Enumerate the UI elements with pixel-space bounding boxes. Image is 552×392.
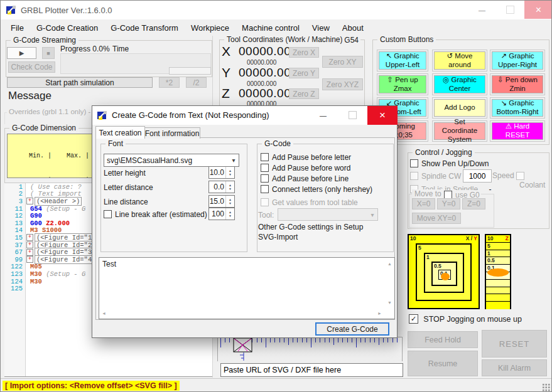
jog-z-band[interactable]: [486, 302, 510, 309]
show-pen-label: Show Pen Up/Down: [421, 159, 489, 168]
line-number: 37: [4, 241, 26, 249]
line-number: 2: [4, 190, 26, 198]
custom-button-move-around[interactable]: ↺ Move around: [434, 51, 485, 70]
fold-expand-icon[interactable]: +: [26, 234, 33, 241]
move-y0-button[interactable]: Y=0: [437, 198, 460, 209]
coolant-checkbox[interactable]: [516, 172, 524, 180]
fold-expand-icon[interactable]: +: [26, 241, 33, 248]
letter-height-spinner[interactable]: 10.0 ▲▼: [208, 166, 235, 179]
speed-div2-button[interactable]: /2: [186, 77, 207, 88]
custom-button-hard-reset[interactable]: ⚠ Hard RESET: [492, 122, 543, 140]
close-button[interactable]: ×: [524, 1, 552, 19]
zero-xy-button[interactable]: Zero XY: [322, 56, 363, 68]
resume-button[interactable]: Resume: [408, 351, 478, 376]
play-button[interactable]: ▶: [7, 47, 36, 59]
scroll-down-icon[interactable]: ▼: [387, 300, 392, 305]
custom-button-set-coordinate-system[interactable]: Set Coordinate System: [434, 122, 485, 140]
spindle-cw-checkbox[interactable]: [410, 172, 418, 180]
create-gcode-button[interactable]: Create G-Code: [315, 322, 389, 336]
spinner-down-icon[interactable]: ▼: [229, 172, 232, 176]
scroll-left-icon[interactable]: ◄: [102, 311, 106, 315]
move-z0-button[interactable]: Z=0: [462, 198, 485, 209]
pause-before-word-checkbox[interactable]: [261, 164, 269, 172]
pause-before-letter-checkbox[interactable]: [261, 153, 269, 161]
chevron-down-icon: ▾: [229, 157, 239, 164]
dialog-maximize-button[interactable]: [338, 106, 367, 124]
zero-y-button[interactable]: Zero Y: [289, 68, 319, 78]
stop-jogging-checkbox[interactable]: ✓: [409, 314, 418, 324]
custom-button-graphic-bottom-right[interactable]: ↘ Graphic Bottom-Right: [492, 99, 543, 117]
svg-url-input[interactable]: [220, 363, 403, 377]
kill-alarm-button[interactable]: Kill Alarm: [482, 359, 547, 376]
maximize-button[interactable]: [496, 1, 524, 19]
line-break-checkbox[interactable]: [104, 210, 112, 218]
fold-expand-icon[interactable]: +: [26, 256, 33, 263]
jog-pad-xy[interactable]: 10 X / Y 5 1 0.5 0.1: [408, 234, 480, 309]
menu-machine-control[interactable]: Machine control: [235, 21, 306, 35]
jog-xy-center-dot[interactable]: [441, 273, 450, 280]
line-distance-spinner[interactable]: 15.0 ▲▼: [208, 195, 235, 208]
dialog-minimize-button[interactable]: —: [309, 106, 337, 124]
menu-file[interactable]: File: [4, 21, 30, 35]
zero-x-button[interactable]: Zero X: [289, 47, 319, 58]
speed-x2-button[interactable]: *2: [159, 77, 180, 88]
jog-z-band[interactable]: 0.5: [486, 257, 510, 265]
start-simulation-button[interactable]: Start path simulation: [7, 77, 153, 88]
menu-bar: File G-Code Creation G-Code Transform Wo…: [1, 19, 551, 36]
graphics-canvas[interactable]: [217, 337, 403, 361]
get-values-checkbox[interactable]: [261, 198, 269, 206]
custom-button-pen-up[interactable]: ⇧ Pen up Zmax: [379, 75, 426, 93]
spinner-down-icon[interactable]: ▼: [229, 214, 232, 218]
jog-z-center-dot[interactable]: [487, 268, 509, 277]
jog-z-band[interactable]: [486, 280, 510, 287]
spinner-down-icon[interactable]: ▼: [229, 201, 232, 205]
progress-label: Progress 0.0%: [60, 45, 110, 53]
move-x0-button[interactable]: X=0: [412, 198, 435, 209]
dialog-close-button[interactable]: ×: [367, 106, 398, 125]
jog-pad-z[interactable]: 10Z 5 1 0.5 0.1: [485, 234, 511, 309]
spindle-speed-input[interactable]: [463, 169, 492, 183]
connect-letters-checkbox[interactable]: [261, 185, 269, 193]
minimize-button[interactable]: —: [468, 1, 496, 19]
fold-expand-icon[interactable]: +: [26, 198, 33, 204]
scroll-up-icon[interactable]: ▲: [387, 262, 392, 266]
jog-z-band[interactable]: 5: [486, 243, 510, 250]
menu-view[interactable]: View: [306, 21, 336, 35]
font-combobox[interactable]: svg\EMSCasualHand.svg ▾: [104, 154, 239, 167]
custom-button-graphic-upper-left[interactable]: ↖ Graphic Upper-Left: [379, 51, 426, 70]
menu-about[interactable]: About: [336, 21, 370, 35]
jog-z-band[interactable]: 1: [486, 250, 510, 258]
spinner-down-icon[interactable]: ▼: [229, 187, 232, 191]
tab-text-creation[interactable]: Text creation: [95, 126, 145, 139]
zero-z-button[interactable]: Zero Z: [289, 88, 319, 99]
check-code-button[interactable]: Check Code: [8, 61, 55, 73]
jog-z-band[interactable]: [486, 287, 510, 295]
jog-z-band[interactable]: [486, 294, 510, 302]
feed-hold-button[interactable]: Feed Hold: [408, 331, 478, 348]
custom-button-graphic-upper-right[interactable]: ↗ Graphic Upper-Right: [492, 51, 543, 70]
custom-button-add-logo[interactable]: Add Logo: [434, 99, 485, 117]
custom-button-pen-down[interactable]: ⇩ Pen down Zmin: [492, 75, 543, 93]
jog-xy-ring-5[interactable]: 5 1 0.5 0.1: [416, 243, 472, 301]
stop-button[interactable]: ■: [42, 47, 55, 59]
app-icon: [6, 5, 16, 15]
text-input-area[interactable]: Test ▲ ▼ ◄ ►: [99, 257, 395, 319]
tool-combobox[interactable]: ▾: [278, 208, 378, 221]
zero-xyz-button[interactable]: Zero XYZ: [322, 78, 363, 90]
letter-distance-spinner[interactable]: 0.0 ▲▼: [208, 181, 235, 193]
line-break-spinner[interactable]: 100 ▲▼: [208, 208, 235, 220]
menu-gcode-creation[interactable]: G-Code Creation: [30, 21, 104, 35]
move-xy0-button[interactable]: Move XY=0: [412, 213, 461, 224]
tab-font-information[interactable]: Font information: [144, 127, 200, 139]
reset-button[interactable]: RESET: [482, 330, 547, 358]
resize-grip[interactable]: [542, 383, 550, 391]
pause-before-line-checkbox[interactable]: [261, 174, 269, 183]
code-text: G90: [30, 212, 42, 220]
show-pen-checkbox[interactable]: [410, 159, 418, 167]
scroll-right-icon[interactable]: ►: [377, 311, 382, 315]
dialog-app-icon: [97, 110, 107, 120]
custom-button-graphic-center[interactable]: ◎ Graphic Center: [434, 75, 485, 93]
menu-workpiece[interactable]: Workpiece: [185, 21, 235, 35]
menu-gcode-transform[interactable]: G-Code Transform: [104, 21, 185, 35]
fold-expand-icon[interactable]: +: [26, 249, 33, 256]
